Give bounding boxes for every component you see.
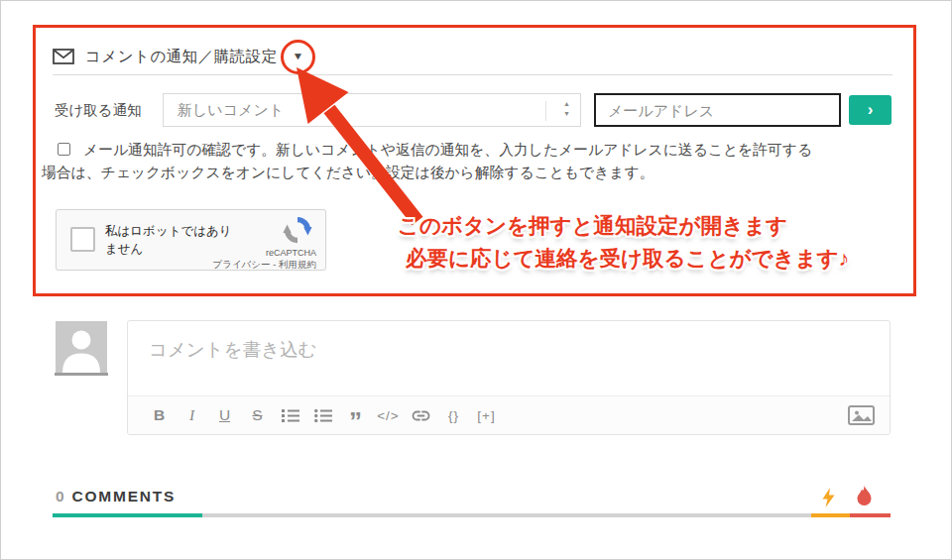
annotation-text-line2: 必要に応じて連絡を受け取ることができます♪ [406,244,849,273]
underline-button[interactable]: U [208,403,241,427]
bold-button[interactable]: B [143,403,176,427]
header-divider [53,74,892,75]
envelope-icon [53,49,74,64]
comments-count-header: 0COMMENTS [56,488,176,505]
email-input[interactable] [594,93,841,127]
recaptcha-label: 私はロボットではあり ません [105,223,232,258]
subscribe-submit-button[interactable]: › [849,95,892,125]
recaptcha-logo-icon [283,215,312,249]
hottest-thread-sort-icon[interactable] [856,486,873,510]
link-button[interactable] [405,403,437,427]
comment-editor[interactable]: コメントを書き込む B I U S [127,320,891,435]
recaptcha-privacy-terms-links[interactable]: プライバシー - 利用規約 [212,259,316,272]
bar-segment-most-reacted [811,513,850,517]
comment-section-page: コメントの通知／購読設定 ▼ 受け取る通知 新しいコメント ▲▼ › メール通知… [0,0,952,560]
notify-type-select[interactable]: 新しいコメント ▲▼ [163,93,581,127]
strikethrough-button[interactable]: S [241,403,274,427]
ordered-list-button[interactable] [274,403,306,427]
subscription-form-row: 受け取る通知 新しいコメント ▲▼ › [36,93,913,127]
consent-paragraph: メール通知許可の確認です。新しいコメントや返信の通知を、入力したメールアドレスに… [42,139,825,184]
recaptcha-brand: reCAPTCHA [266,248,316,258]
subscription-header: コメントの通知／購読設定 ▼ [53,38,315,75]
blockquote-button[interactable]: ” [339,403,372,427]
avatar [56,321,107,373]
avatar-underline [55,373,108,376]
italic-button[interactable]: I [176,403,208,427]
select-spinner-icon: ▲▼ [563,99,570,119]
comments-label: COMMENTS [71,488,176,504]
consent-text: メール通知許可の確認です。新しいコメントや返信の通知を、入力したメールアドレスに… [42,142,812,180]
subscription-toggle-button[interactable]: ▼ [281,40,315,74]
comments-count: 0 [56,488,65,504]
editor-toolbar: B I U S ” </> [128,395,890,434]
code-button[interactable]: </> [372,403,405,427]
chevron-down-icon: ▼ [292,52,303,61]
most-reacted-sort-icon[interactable] [821,488,836,511]
bar-segment-hottest [850,513,891,517]
insert-button[interactable]: [+] [470,403,503,427]
comment-input-placeholder: コメントを書き込む [149,337,317,362]
notify-type-label: 受け取る通知 [55,93,142,127]
recaptcha-checkbox[interactable] [70,227,95,252]
comments-sort-bar [53,513,891,517]
select-separator [545,101,546,121]
image-upload-button[interactable] [848,405,875,425]
annotation-text-line1: このボタンを押すと通知設定が開きます [398,211,787,240]
spoiler-button[interactable]: {} [437,403,470,427]
subscription-title: コメントの通知／購読設定 [85,47,278,67]
unordered-list-button[interactable] [306,403,339,427]
bar-segment-newest [53,513,202,517]
recaptcha-widget: 私はロボットではあり ません reCAPTCHA プライバシー - 利用規約 [56,209,326,271]
notify-type-selected-value: 新しいコメント [178,94,284,126]
consent-checkbox[interactable] [58,143,70,156]
